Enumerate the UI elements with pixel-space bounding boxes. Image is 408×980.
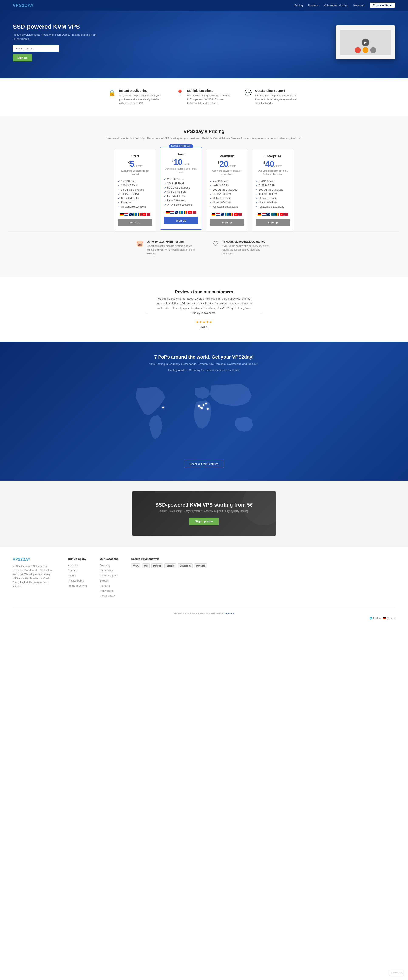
bitcoin-icon: Bitcoin xyxy=(164,563,176,568)
feature-support-desc: Our team will help and advice around the… xyxy=(255,94,300,105)
map-dot-netherlands xyxy=(198,405,200,407)
plan-enterprise-name: Enterprise xyxy=(256,154,290,158)
review-text: I've been a customer for about 2 years n… xyxy=(155,296,253,315)
list-item: Linux / Windows xyxy=(210,200,244,205)
flag-switzerland xyxy=(280,213,284,216)
footer-link-privacy[interactable]: Privacy Policy xyxy=(68,579,84,582)
check-features-button[interactable]: Check out the Features xyxy=(184,460,224,468)
footer-locations-title: Our Locations xyxy=(100,557,118,560)
plan-enterprise-flags xyxy=(256,213,290,216)
plan-start-signup-button[interactable]: Sign up xyxy=(118,219,152,226)
footer-brand: VPS2DAY VPS in Germany, Netherlands, Rom… xyxy=(13,557,55,599)
map-dot-romania xyxy=(207,408,209,410)
footer-link-imprint[interactable]: Imprint xyxy=(68,574,76,577)
play-button[interactable]: ▶ xyxy=(362,39,369,46)
plan-premium: Premium €20/ month Get more power for sc… xyxy=(206,149,248,232)
plan-basic-name: Basic xyxy=(164,153,198,156)
nav-features[interactable]: Features xyxy=(308,4,319,7)
hero-subtitle: Instant provisioning at 7 locations. Hig… xyxy=(13,33,98,41)
ethereum-icon: Ethereum xyxy=(178,563,193,568)
plan-premium-desc: Get more power for scalable applications xyxy=(210,169,244,176)
footer-link-about[interactable]: About Us xyxy=(68,564,78,567)
footer-link-uk[interactable]: United Kingdom xyxy=(100,574,118,577)
flag-germany xyxy=(212,213,215,216)
plan-enterprise-signup-button[interactable]: Sign up xyxy=(256,219,290,226)
flag-romania xyxy=(183,211,187,214)
plan-start-desc: Everything you need to get started xyxy=(118,169,152,176)
pricing-title: VPS2day's Pricing xyxy=(8,129,400,134)
list-item: All available Locations xyxy=(256,205,290,209)
list-item: 2048 MB RAM xyxy=(164,181,198,186)
nav-helpdesk[interactable]: Helpdesk xyxy=(353,4,365,7)
list-item: Unlimited Traffic xyxy=(210,196,244,200)
footer-link-sweden[interactable]: Sweden xyxy=(100,579,109,582)
plan-enterprise-desc: Our Enterprise plan got it all. Unleash … xyxy=(256,169,290,176)
feature-instant-desc: All VPS will be provisioned after your p… xyxy=(119,94,164,105)
footer-company-title: Our Company xyxy=(68,557,87,560)
paypal-icon: PayPal xyxy=(151,563,163,568)
customer-panel-button[interactable]: Customer Panel xyxy=(370,3,395,8)
flag-sweden xyxy=(133,213,137,216)
lang-english-button[interactable]: 🌐 English xyxy=(369,617,381,620)
email-field[interactable] xyxy=(13,45,59,52)
review-prev-button[interactable]: ← xyxy=(145,310,149,315)
flag-switzerland xyxy=(234,213,238,216)
plan-enterprise-price: €40/ month xyxy=(256,160,290,168)
flag-uk xyxy=(221,213,225,216)
footer-link-terms[interactable]: Terms of Service xyxy=(68,584,87,587)
plan-premium-signup-button[interactable]: Sign up xyxy=(210,219,244,226)
pricing-cards: Start €5/ month Everything you need to g… xyxy=(8,149,400,232)
list-item: 6 vCPU Cores xyxy=(256,179,290,183)
footer-link-netherlands[interactable]: Netherlands xyxy=(100,569,113,572)
paysafe-icon: PaySafe xyxy=(194,563,207,568)
list-item: Linux / Windows xyxy=(256,200,290,205)
list-item: 4096 MB RAM xyxy=(210,183,244,188)
hero-signup-button[interactable]: Sign up xyxy=(13,54,32,61)
list-item: 2 vCPU Cores xyxy=(164,177,198,181)
footer-link-switzerland[interactable]: Switzerland xyxy=(100,589,113,592)
footer-facebook-link[interactable]: facebook xyxy=(225,612,234,615)
list-item: 1x IPv4, 1x IPv6 xyxy=(118,192,152,196)
list-item: 1x IPv4, 1x IPv6 xyxy=(164,190,198,194)
flag-usa xyxy=(284,213,288,216)
cta-signup-button[interactable]: Sign up now xyxy=(189,518,219,525)
footer-lang: 🌐 English 🇩🇪 German xyxy=(13,617,395,620)
review-content: ← I've been a customer for about 2 years… xyxy=(145,296,263,329)
footer-logo: VPS2DAY xyxy=(13,557,55,562)
plan-premium-name: Premium xyxy=(210,154,244,158)
site-logo[interactable]: VPS2DAY xyxy=(13,3,34,8)
plan-start-flags xyxy=(118,213,152,216)
list-item: 100 GB SSD Storage xyxy=(210,188,244,192)
flag-sweden xyxy=(271,213,275,216)
cta-box: SSD-powered KVM VPS starting from 5€ Ins… xyxy=(132,491,276,536)
footer-link-romania[interactable]: Romania xyxy=(100,584,110,587)
flag-germany xyxy=(120,213,124,216)
footer-link-us[interactable]: United States xyxy=(100,595,115,598)
list-item: Linux only xyxy=(118,200,152,205)
flag-netherlands xyxy=(170,211,174,214)
hero-screenshot: ▶ xyxy=(336,25,395,59)
review-next-button[interactable]: → xyxy=(259,310,263,315)
lang-german-button[interactable]: 🇩🇪 German xyxy=(383,617,395,620)
nav-pricing[interactable]: Pricing xyxy=(294,4,303,7)
flag-uk xyxy=(129,213,132,216)
flag-switzerland xyxy=(142,213,146,216)
plan-premium-flags xyxy=(210,213,244,216)
navigation: VPS2DAY Pricing Features Kubernetes Host… xyxy=(0,0,408,11)
list-item: 1 vCPU Core xyxy=(118,179,152,183)
map-dots xyxy=(130,377,278,452)
support-icon: 💬 xyxy=(244,89,252,96)
guarantee-free-title: Up to 30 days FREE hosting! xyxy=(147,240,196,243)
payment-icons: VISA MC PayPal Bitcoin Ethereum PaySafe xyxy=(131,563,207,568)
footer-link-contact[interactable]: Contact xyxy=(68,569,77,572)
list-item: 1x IPv4, 1x IPv6 xyxy=(256,192,290,196)
plan-basic-signup-button[interactable]: Sign up xyxy=(164,217,198,224)
flag-uk xyxy=(266,213,270,216)
plan-basic-features: 2 vCPU Cores 2048 MB RAM 50 GB SSD Stora… xyxy=(164,177,198,207)
footer-link-germany[interactable]: Germany xyxy=(100,564,110,567)
list-item: 50 GB SSD Storage xyxy=(164,186,198,190)
footer-bottom: Made with ♥ in Frankfurt, Germany. Follo… xyxy=(13,608,395,620)
nav-kubernetes[interactable]: Kubernetes Hosting xyxy=(324,4,348,7)
plan-enterprise: Enterprise €40/ month Our Enterprise pla… xyxy=(252,149,294,232)
list-item: Unlimited Traffic xyxy=(164,194,198,198)
